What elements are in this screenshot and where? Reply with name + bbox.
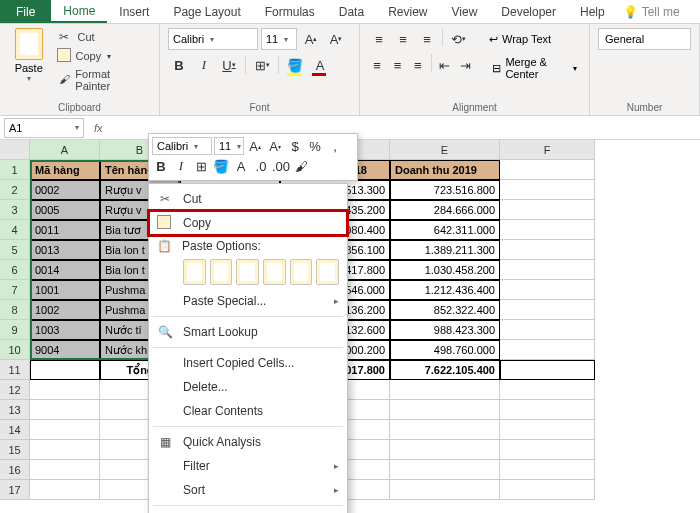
tab-pagelayout[interactable]: Page Layout	[161, 0, 252, 23]
cell[interactable]	[30, 480, 100, 500]
cell[interactable]	[500, 360, 595, 380]
fx-icon[interactable]: fx	[94, 122, 103, 134]
cell[interactable]	[30, 460, 100, 480]
cell[interactable]: 1.212.436.400	[390, 280, 500, 300]
col-header-E[interactable]: E	[390, 140, 500, 160]
row-header[interactable]: 10	[0, 340, 30, 360]
cell[interactable]: 1003	[30, 320, 100, 340]
tab-data[interactable]: Data	[327, 0, 376, 23]
mini-size-select[interactable]: 11▾	[214, 137, 244, 155]
row-header[interactable]: 1	[0, 160, 30, 180]
align-left-button[interactable]: ≡	[368, 54, 386, 76]
align-bottom-button[interactable]: ≡	[416, 28, 438, 50]
mini-bold-button[interactable]: B	[152, 157, 170, 175]
cell[interactable]	[500, 380, 595, 400]
bold-button[interactable]: B	[168, 54, 190, 76]
cell[interactable]	[500, 420, 595, 440]
mini-currency-button[interactable]: $	[286, 137, 304, 155]
mini-italic-button[interactable]: I	[172, 157, 190, 175]
cell[interactable]: 284.666.000	[390, 200, 500, 220]
ctx-paste-special[interactable]: Paste Special...▸	[149, 289, 347, 313]
mini-comma-button[interactable]: ,	[326, 137, 344, 155]
fill-color-button[interactable]: 🪣	[284, 54, 306, 76]
row-header[interactable]: 12	[0, 380, 30, 400]
cell[interactable]: 0014	[30, 260, 100, 280]
cell[interactable]: 988.423.300	[390, 320, 500, 340]
tab-view[interactable]: View	[440, 0, 490, 23]
underline-button[interactable]: U▾	[218, 54, 240, 76]
cell[interactable]	[500, 440, 595, 460]
tab-developer[interactable]: Developer	[489, 0, 568, 23]
mini-font-select[interactable]: Calibri▾	[152, 137, 212, 155]
tab-home[interactable]: Home	[51, 0, 107, 23]
align-center-button[interactable]: ≡	[388, 54, 406, 76]
cell[interactable]	[500, 460, 595, 480]
cell[interactable]	[500, 180, 595, 200]
cell[interactable]: 0011	[30, 220, 100, 240]
cell[interactable]	[500, 220, 595, 240]
cell[interactable]	[390, 460, 500, 480]
paste-opt-formulas[interactable]	[236, 259, 259, 285]
align-top-button[interactable]: ≡	[368, 28, 390, 50]
copy-button[interactable]: Copy▾	[55, 48, 151, 64]
cell[interactable]	[30, 380, 100, 400]
cell[interactable]	[500, 400, 595, 420]
paste-button[interactable]: Paste ▾	[8, 28, 49, 111]
tab-insert[interactable]: Insert	[107, 0, 161, 23]
cell[interactable]	[30, 420, 100, 440]
col-header-A[interactable]: A	[30, 140, 100, 160]
tellme[interactable]: 💡 Tell me	[623, 0, 680, 23]
ctx-smart-lookup[interactable]: 🔍Smart Lookup	[149, 320, 347, 344]
cell[interactable]	[390, 480, 500, 500]
name-box[interactable]: A1▾	[4, 118, 84, 138]
cell[interactable]: 723.516.800	[390, 180, 500, 200]
cell[interactable]: 9004	[30, 340, 100, 360]
increase-indent-button[interactable]: ⇥	[456, 54, 474, 76]
cell[interactable]: 642.311.000	[390, 220, 500, 240]
paste-opt-transpose[interactable]	[263, 259, 286, 285]
font-color-button[interactable]: A	[309, 54, 331, 76]
cell[interactable]	[500, 320, 595, 340]
paste-opt-all[interactable]	[183, 259, 206, 285]
ctx-clear[interactable]: Clear Contents	[149, 399, 347, 423]
mini-percent-button[interactable]: %	[306, 137, 324, 155]
mini-grow-button[interactable]: A▴	[246, 137, 264, 155]
mini-format-painter-button[interactable]: 🖌	[292, 157, 310, 175]
cell[interactable]	[500, 160, 595, 180]
mini-fill-button[interactable]: 🪣	[212, 157, 230, 175]
tab-review[interactable]: Review	[376, 0, 439, 23]
mini-shrink-button[interactable]: A▾	[266, 137, 284, 155]
orientation-button[interactable]: ⟲▾	[447, 28, 469, 50]
cell[interactable]	[500, 240, 595, 260]
ctx-cut[interactable]: ✂Cut	[149, 187, 347, 211]
ctx-copy[interactable]: Copy	[149, 211, 347, 235]
cell[interactable]: 852.322.400	[390, 300, 500, 320]
cell[interactable]	[390, 400, 500, 420]
tab-formulas[interactable]: Formulas	[253, 0, 327, 23]
row-header[interactable]: 14	[0, 420, 30, 440]
align-middle-button[interactable]: ≡	[392, 28, 414, 50]
paste-opt-values[interactable]	[210, 259, 233, 285]
tab-help[interactable]: Help	[568, 0, 617, 23]
col-header-F[interactable]: F	[500, 140, 595, 160]
mini-decrease-decimal-button[interactable]: .0	[252, 157, 270, 175]
row-header[interactable]: 4	[0, 220, 30, 240]
ctx-sort[interactable]: Sort▸	[149, 478, 347, 502]
italic-button[interactable]: I	[193, 54, 215, 76]
cell[interactable]	[30, 440, 100, 460]
cell[interactable]: Mã hàng	[30, 160, 100, 180]
font-name-select[interactable]: Calibri▾	[168, 28, 258, 50]
tab-file[interactable]: File	[0, 0, 51, 23]
ctx-quick-analysis[interactable]: ▦Quick Analysis	[149, 430, 347, 454]
row-header[interactable]: 15	[0, 440, 30, 460]
cell[interactable]	[500, 280, 595, 300]
cell[interactable]: 1.030.458.200	[390, 260, 500, 280]
mini-fontcolor-button[interactable]: A	[232, 157, 250, 175]
ctx-insert[interactable]: Insert Copied Cells...	[149, 351, 347, 375]
cell[interactable]: 1001	[30, 280, 100, 300]
ctx-filter[interactable]: Filter▸	[149, 454, 347, 478]
cell[interactable]: 498.760.000	[390, 340, 500, 360]
select-all-corner[interactable]	[0, 140, 30, 160]
number-format-select[interactable]: General	[598, 28, 691, 50]
cell[interactable]	[30, 400, 100, 420]
